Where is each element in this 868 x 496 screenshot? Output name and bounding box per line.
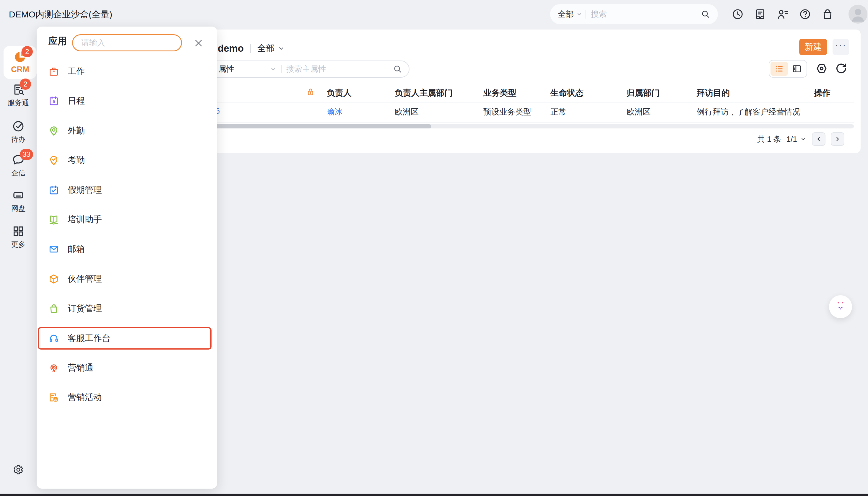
notification-badge: 2 xyxy=(20,79,31,90)
app-item-label: 考勤 xyxy=(68,154,85,166)
horizontal-scrollbar-thumb[interactable] xyxy=(213,124,431,128)
filter-field-select[interactable]: 属性 xyxy=(218,64,234,74)
global-search[interactable]: 全部 搜索 xyxy=(550,4,718,24)
sidebar-item-label: 服务通 xyxy=(8,98,29,107)
chevron-left-icon xyxy=(815,136,822,143)
avatar[interactable] xyxy=(849,5,867,24)
app-item-cube[interactable]: 伙伴管理 xyxy=(39,268,211,290)
refresh-icon[interactable] xyxy=(834,62,848,75)
more-actions-button[interactable]: ··· xyxy=(833,39,849,55)
app-item-briefcase[interactable]: 工作 xyxy=(39,60,211,83)
book-icon xyxy=(48,214,59,225)
next-page-button[interactable] xyxy=(831,132,844,146)
sidebar-item-网盘[interactable]: 网盘 xyxy=(0,188,36,213)
topbar-icons xyxy=(731,8,834,20)
search-scope-select[interactable]: 全部 xyxy=(558,9,574,19)
columns-view-icon xyxy=(792,64,802,74)
app-item-envelope[interactable]: 邮箱 xyxy=(39,238,211,260)
app-item-calendar-check[interactable]: 假期管理 xyxy=(39,179,211,201)
panel-title: 应用 xyxy=(48,35,67,47)
assistant-robot-button[interactable] xyxy=(829,295,852,318)
list-view-button[interactable] xyxy=(771,62,788,76)
drive-icon xyxy=(12,188,25,202)
chevron-down-icon[interactable] xyxy=(800,136,807,142)
app-store-bag-icon[interactable] xyxy=(821,8,834,20)
app-item-label: 客服工作台 xyxy=(68,332,110,344)
lock-icon xyxy=(306,88,315,96)
app-item-clipboard-coins[interactable]: 营销活动 xyxy=(39,386,211,408)
sidebar-item-label: 企信 xyxy=(11,168,26,178)
horizontal-scrollbar-track[interactable] xyxy=(213,124,854,128)
column-header[interactable]: 负责人 xyxy=(327,88,352,98)
shopping-bag-icon xyxy=(48,303,59,314)
object-header: demo 全部 xyxy=(218,41,285,56)
record-count: 共 1 条 xyxy=(757,134,781,144)
app-item-calendar-5[interactable]: 日程 xyxy=(39,90,211,112)
table-cell: 欧洲区 xyxy=(627,107,651,117)
divider xyxy=(250,44,251,53)
settings-gear-icon[interactable] xyxy=(13,464,24,475)
help-icon[interactable] xyxy=(799,8,811,20)
search-icon[interactable] xyxy=(393,64,402,74)
app-item-label: 工作 xyxy=(68,65,85,77)
pagination: 共 1 条 1/1 xyxy=(676,132,844,146)
app-item-label: 邮箱 xyxy=(68,243,85,255)
filter-search-box[interactable]: 属性 搜索主属性 xyxy=(201,61,410,78)
column-header[interactable]: 业务类型 xyxy=(483,88,516,98)
app-item-headset[interactable]: 客服工作台 xyxy=(38,327,212,350)
workspace-title: DEMO内测企业沙盒(全量) xyxy=(9,0,112,29)
column-header[interactable]: 生命状态 xyxy=(550,88,583,98)
notification-badge: 33 xyxy=(20,149,33,160)
app-item-shopping-bag[interactable]: 订货管理 xyxy=(39,297,211,320)
contacts-icon[interactable] xyxy=(776,8,789,20)
grid-icon xyxy=(12,224,25,238)
history-clock-icon[interactable] xyxy=(731,8,744,20)
table-cell: 欧洲区 xyxy=(395,107,418,117)
view-scope-select[interactable]: 全部 xyxy=(257,43,274,54)
table-header: 负责人负责人主属部门业务类型生命状态归属部门拜访目的操作 xyxy=(213,86,854,103)
column-header[interactable]: 归属部门 xyxy=(627,88,660,98)
divider xyxy=(585,10,586,19)
search-icon[interactable] xyxy=(701,10,710,19)
column-header[interactable]: 操作 xyxy=(814,88,831,98)
chevron-down-icon[interactable] xyxy=(270,65,277,73)
left-rail: 2 CRM 2 服务通 待办 33 企信 xyxy=(0,29,36,496)
app-item-pin-check[interactable]: 考勤 xyxy=(39,149,211,172)
column-header[interactable]: 拜访目的 xyxy=(697,88,730,98)
app-item-label: 外勤 xyxy=(68,125,85,137)
view-mode-toggle xyxy=(769,60,807,78)
app-item-label: 营销活动 xyxy=(68,391,102,403)
headset-icon xyxy=(48,333,59,344)
sidebar-item-更多[interactable]: 更多 xyxy=(0,224,36,249)
sidebar-item-label: CRM xyxy=(11,65,29,74)
search-input[interactable]: 搜索 xyxy=(591,9,701,19)
sidebar-item-企信[interactable]: 33 企信 xyxy=(0,153,36,178)
bottom-window-edge xyxy=(0,494,868,496)
sidebar-item-服务通[interactable]: 2 服务通 xyxy=(0,83,36,107)
prev-page-button[interactable] xyxy=(812,132,825,146)
app-item-broadcast[interactable]: 营销通 xyxy=(39,357,211,379)
split-view-button[interactable] xyxy=(788,62,805,76)
approvals-icon[interactable] xyxy=(754,8,766,20)
filter-search-input[interactable]: 搜索主属性 xyxy=(286,64,393,74)
app-search-box[interactable]: 请输入 xyxy=(72,34,182,51)
sidebar-item-crm[interactable]: 2 CRM xyxy=(3,46,36,79)
sidebar-item-label: 更多 xyxy=(11,240,26,249)
pin-circle-icon xyxy=(48,125,59,136)
calendar-check-icon xyxy=(48,185,59,196)
column-header[interactable]: 负责人主属部门 xyxy=(395,88,453,98)
app-item-label: 订货管理 xyxy=(68,303,102,314)
sidebar-item-待办[interactable]: 待办 xyxy=(0,119,36,144)
page-indicator[interactable]: 1/1 xyxy=(787,135,797,144)
table-row[interactable]: 6瑜冰欧洲区预设业务类型正常欧洲区例行拜访，了解客户经营情况 xyxy=(213,103,854,123)
app-item-book[interactable]: 培训助手 xyxy=(39,208,211,231)
app-search-input[interactable]: 请输入 xyxy=(81,37,105,48)
new-button[interactable]: 新建 xyxy=(799,39,827,55)
close-icon[interactable] xyxy=(193,38,204,48)
notification-badge: 2 xyxy=(21,46,33,57)
pin-check-icon xyxy=(48,155,59,166)
app-item-pin-circle[interactable]: 外勤 xyxy=(39,120,211,142)
table-cell-link[interactable]: 瑜冰 xyxy=(327,107,343,117)
field-settings-icon[interactable] xyxy=(815,62,828,75)
chevron-down-icon[interactable] xyxy=(277,45,285,52)
